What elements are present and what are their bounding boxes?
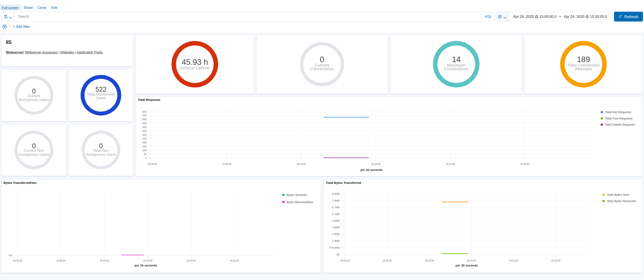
- svg-text:Total Bytes Received: Total Bytes Received: [607, 199, 636, 203]
- svg-text:15:20:00: 15:20:00: [509, 259, 518, 262]
- svg-text:15:00:00: 15:00:00: [13, 259, 22, 262]
- svg-text:15:10:00: 15:10:00: [297, 163, 306, 166]
- svg-text:Total Delete Requests: Total Delete Requests: [605, 123, 635, 126]
- svg-text:0: 0: [145, 157, 146, 160]
- svg-text:Current: Current: [28, 94, 40, 98]
- svg-text:100: 100: [142, 149, 147, 152]
- svg-text:Attempts: Attempts: [575, 66, 592, 71]
- svg-text:522: 522: [95, 86, 106, 93]
- svg-text:Total Requests: Total Requests: [138, 98, 160, 102]
- svg-text:Bytes Sent/sec: Bytes Sent/sec: [286, 193, 307, 197]
- svg-text:4.8MB: 4.8MB: [332, 219, 340, 222]
- svg-text:Bytes Transferred/sec: Bytes Transferred/sec: [4, 181, 37, 184]
- svg-text:Total Get Requests: Total Get Requests: [605, 110, 631, 114]
- svg-text:15:05:00: 15:05:00: [222, 163, 231, 166]
- svg-text:Total Bytes Sent: Total Bytes Sent: [607, 193, 630, 196]
- svg-text:0/s: 0/s: [8, 254, 12, 257]
- svg-text:per 30 seconds: per 30 seconds: [456, 264, 478, 267]
- svg-text:450: 450: [142, 122, 147, 125]
- svg-text:189: 189: [577, 55, 590, 64]
- svg-text:550: 550: [142, 114, 147, 117]
- svg-text:600: 600: [142, 110, 147, 113]
- svg-text:Total Anonymous: Total Anonymous: [87, 92, 115, 96]
- svg-text:15:00:00: 15:00:00: [148, 163, 157, 166]
- svg-text:200: 200: [142, 141, 147, 144]
- svg-text:50: 50: [144, 153, 146, 156]
- svg-text:Connections: Connections: [310, 66, 334, 71]
- svg-text:976.6KB: 976.6KB: [330, 246, 340, 249]
- svg-text:Users: Users: [96, 96, 106, 100]
- svg-text:1.9MB: 1.9MB: [332, 239, 340, 243]
- svg-text:15:05:00: 15:05:00: [382, 259, 392, 262]
- svg-text:Connections: Connections: [444, 66, 468, 71]
- svg-text:0: 0: [99, 142, 103, 150]
- svg-text:15:15:00: 15:15:00: [467, 259, 476, 262]
- svg-text:Anonymous Users: Anonymous Users: [19, 152, 49, 157]
- svg-text:0: 0: [320, 55, 324, 64]
- svg-text:per 30 seconds: per 30 seconds: [134, 264, 157, 267]
- svg-text:15:00:00: 15:00:00: [340, 259, 350, 262]
- svg-text:45.93 h: 45.93 h: [182, 58, 208, 66]
- svg-text:150: 150: [142, 145, 147, 148]
- svg-text:250: 250: [142, 137, 147, 140]
- svg-text:0: 0: [32, 88, 36, 95]
- svg-text:2.9MB: 2.9MB: [332, 233, 340, 236]
- svg-text:350: 350: [142, 130, 147, 133]
- svg-text:15:15:00: 15:15:00: [371, 163, 380, 166]
- svg-text:Bytes Received/sec: Bytes Received/sec: [286, 200, 314, 204]
- svg-text:7.6MB: 7.6MB: [332, 199, 340, 202]
- svg-text:400: 400: [142, 126, 147, 129]
- svg-text:Service Uptime: Service Uptime: [180, 65, 210, 70]
- svg-text:15:25:00: 15:25:00: [230, 259, 239, 262]
- svg-text:3.8MB: 3.8MB: [332, 226, 340, 229]
- svg-text:Current Non: Current Non: [24, 148, 44, 153]
- svg-text:Total Bytes Transferred: Total Bytes Transferred: [326, 181, 361, 184]
- svg-text:Anonymous Users: Anonymous Users: [86, 152, 116, 157]
- svg-text:14: 14: [452, 55, 461, 64]
- svg-text:15:05:00: 15:05:00: [56, 259, 66, 262]
- svg-text:0B: 0B: [336, 253, 340, 256]
- svg-text:per 30 seconds: per 30 seconds: [360, 168, 383, 171]
- svg-text:15:25:00: 15:25:00: [551, 259, 560, 262]
- svg-text:500: 500: [142, 118, 147, 121]
- svg-text:8.6MB: 8.6MB: [332, 192, 340, 195]
- svg-text:15:20:00: 15:20:00: [446, 163, 455, 166]
- svg-text:15:15:00: 15:15:00: [143, 259, 152, 262]
- svg-text:Total Non: Total Non: [93, 148, 108, 153]
- svg-text:15:10:00: 15:10:00: [100, 259, 109, 262]
- svg-text:Total Post Requests: Total Post Requests: [605, 117, 632, 120]
- svg-text:6.7MB: 6.7MB: [332, 206, 340, 209]
- svg-text:15:10:00: 15:10:00: [425, 259, 434, 262]
- svg-text:0: 0: [32, 142, 36, 150]
- svg-text:15:20:00: 15:20:00: [186, 259, 196, 262]
- svg-text:300: 300: [142, 134, 147, 137]
- svg-text:Anonymous Users: Anonymous Users: [19, 98, 49, 102]
- svg-text:5.7MB: 5.7MB: [332, 213, 340, 216]
- svg-text:15:25:00: 15:25:00: [520, 163, 530, 166]
